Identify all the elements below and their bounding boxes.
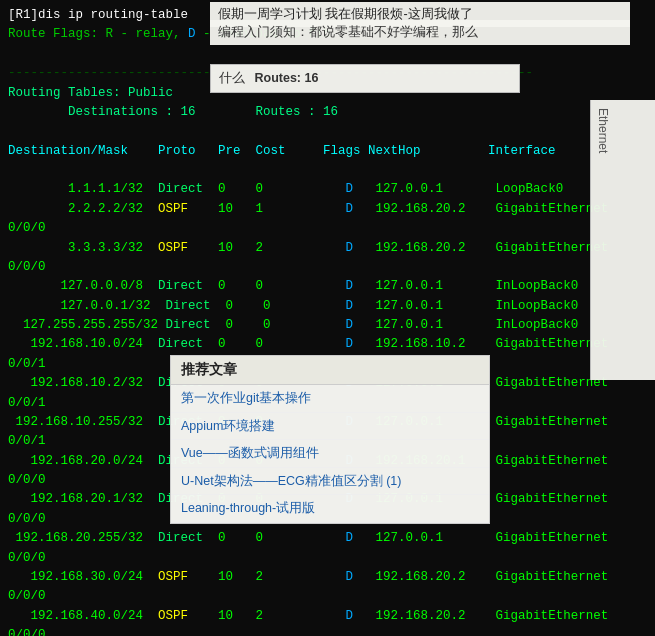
recommend-item-5[interactable]: Leaning-through-试用版 (171, 495, 489, 523)
recommend-item-2[interactable]: Appium环境搭建 (171, 413, 489, 441)
banner2-text: 编程入门须知：都说零基础不好学编程，那么 (218, 25, 478, 39)
notif-subtitle: Routes: 16 (254, 71, 318, 85)
recommend-item-4[interactable]: U-Net架构法——ECG精准值区分割 (1) (171, 468, 489, 496)
recommend-title: 推荐文章 (171, 356, 489, 385)
ethernet-label: Ethernet (591, 100, 615, 161)
recommend-item-1[interactable]: 第一次作业git基本操作 (171, 385, 489, 413)
recommend-box: 推荐文章 第一次作业git基本操作 Appium环境搭建 Vue——函数式调用组… (170, 355, 490, 524)
recommend-item-3[interactable]: Vue——函数式调用组件 (171, 440, 489, 468)
right-panel: Ethernet (590, 100, 655, 380)
terminal-output: [R1]dis ip routing-table Route Flags: R … (0, 0, 655, 636)
banner1-text: 假期一周学习计划 我在假期很烦-这周我做了 (218, 7, 473, 21)
notif-title: 什么 (219, 71, 245, 85)
banner2: 编程入门须知：都说零基础不好学编程，那么 (210, 20, 630, 45)
notification-box: 什么 Routes: 16 (210, 64, 520, 93)
